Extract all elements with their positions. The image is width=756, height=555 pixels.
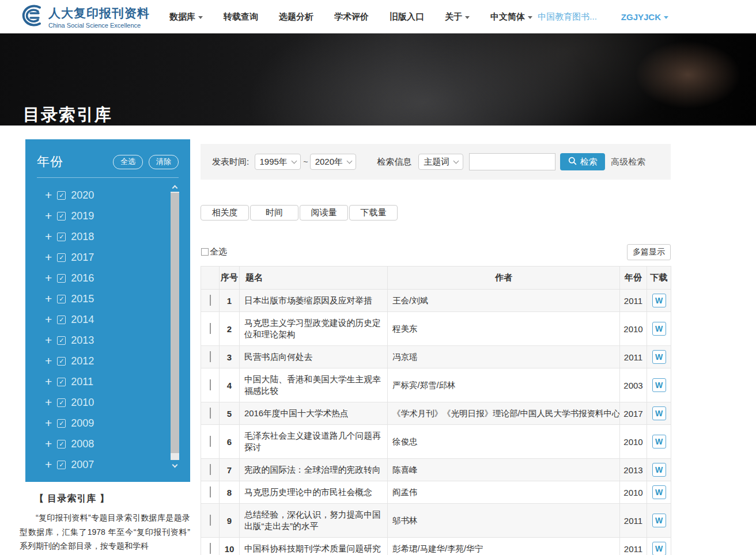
year-checkbox[interactable]: [57, 295, 66, 303]
nav-item-转载查询[interactable]: 转载查询: [224, 12, 258, 22]
row-title[interactable]: 马克思主义学习型政党建设的历史定位和理论架构: [240, 312, 388, 346]
year-item-2015[interactable]: +2015: [45, 288, 190, 309]
expand-plus-icon[interactable]: +: [45, 272, 52, 284]
expand-plus-icon[interactable]: +: [45, 292, 52, 305]
year-item-2008[interactable]: +2008: [45, 434, 190, 454]
year-checkbox[interactable]: [57, 461, 66, 469]
year-from-select[interactable]: 1995年: [255, 154, 301, 170]
download-w-button[interactable]: W: [652, 485, 666, 499]
sort-button-阅读量[interactable]: 阅读量: [300, 205, 348, 221]
expand-plus-icon[interactable]: +: [45, 355, 52, 367]
year-checkbox[interactable]: [57, 419, 66, 428]
row-checkbox[interactable]: [210, 295, 211, 306]
select-all-checkbox[interactable]: [201, 248, 209, 256]
year-checkbox[interactable]: [57, 398, 66, 407]
row-title[interactable]: 马克思历史理论中的市民社会概念: [240, 481, 388, 504]
row-checkbox[interactable]: [210, 515, 211, 526]
year-checkbox[interactable]: [57, 233, 66, 241]
row-checkbox[interactable]: [210, 379, 211, 390]
expand-plus-icon[interactable]: +: [45, 417, 52, 429]
year-checkbox[interactable]: [57, 336, 66, 345]
row-checkbox[interactable]: [210, 543, 211, 554]
multi-display-button[interactable]: 多篇显示: [627, 244, 671, 260]
scroll-up-icon[interactable]: [171, 183, 179, 191]
year-item-2009[interactable]: +2009: [45, 413, 190, 434]
year-item-2010[interactable]: +2010: [45, 392, 190, 413]
download-w-button[interactable]: W: [652, 542, 666, 555]
year-checkbox[interactable]: [57, 357, 66, 366]
year-item-2014[interactable]: +2014: [45, 309, 190, 330]
year-list-scrollbar[interactable]: [171, 183, 179, 470]
year-checkbox[interactable]: [57, 440, 66, 448]
nav-item-选题分析[interactable]: 选题分析: [279, 12, 313, 22]
year-item-2013[interactable]: +2013: [45, 330, 190, 351]
nav-item-数据库[interactable]: 数据库: [169, 12, 203, 22]
expand-plus-icon[interactable]: +: [45, 230, 52, 242]
download-w-button[interactable]: W: [652, 294, 666, 307]
year-checkbox[interactable]: [57, 378, 66, 386]
year-checkbox[interactable]: [57, 253, 66, 262]
year-item-2012[interactable]: +2012: [45, 351, 190, 371]
scrollbar-thumb[interactable]: [171, 193, 179, 453]
nav-item-学术评价[interactable]: 学术评价: [334, 12, 369, 22]
row-title[interactable]: 毛泽东社会主义建设道路几个问题再探讨: [240, 425, 388, 459]
row-checkbox[interactable]: [210, 408, 211, 419]
search-button[interactable]: 检索: [560, 153, 605, 170]
row-title[interactable]: 日本出版市场萎缩原因及应对举措: [240, 290, 388, 312]
download-w-button[interactable]: W: [652, 435, 666, 448]
row-title[interactable]: 宪政的国际法：全球治理的宪政转向: [240, 459, 388, 481]
expand-plus-icon[interactable]: +: [45, 396, 52, 408]
row-checkbox[interactable]: [210, 464, 211, 475]
expand-plus-icon[interactable]: +: [45, 438, 52, 450]
year-checkbox[interactable]: [57, 274, 66, 283]
download-w-button[interactable]: W: [652, 406, 666, 420]
expand-plus-icon[interactable]: +: [45, 375, 52, 387]
download-w-button[interactable]: W: [652, 350, 666, 364]
year-item-2020[interactable]: +2020: [45, 185, 190, 206]
advanced-search-link[interactable]: 高级检索: [611, 157, 645, 168]
year-item-2017[interactable]: +2017: [45, 247, 190, 268]
row-title[interactable]: 中国科协科技期刊学术质量问题研究: [240, 538, 388, 555]
year-to-select[interactable]: 2020年: [310, 154, 356, 170]
site-logo[interactable]: 人大复印报刊资料 China Social Science Excellence: [17, 3, 150, 30]
year-item-2018[interactable]: +2018: [45, 226, 190, 247]
expand-plus-icon[interactable]: +: [45, 189, 52, 201]
sort-button-时间[interactable]: 时间: [250, 205, 298, 221]
row-title[interactable]: 中国大陆、香港和美国大学生主观幸福感比较: [240, 368, 388, 402]
year-item-2019[interactable]: +2019: [45, 206, 190, 226]
account-menu[interactable]: ZGJYJCK: [621, 12, 668, 22]
year-item-2011[interactable]: +2011: [45, 371, 190, 392]
row-title[interactable]: 2016年度中国十大学术热点: [240, 402, 388, 425]
download-w-button[interactable]: W: [652, 514, 666, 527]
row-checkbox[interactable]: [210, 486, 211, 497]
download-w-button[interactable]: W: [652, 322, 666, 336]
search-input[interactable]: [469, 153, 555, 170]
row-title[interactable]: 民营书店向何处去: [240, 346, 388, 368]
nav-item-旧版入口[interactable]: 旧版入口: [390, 12, 424, 22]
expand-plus-icon[interactable]: +: [45, 334, 52, 346]
nav-external-link[interactable]: 中国教育图书...: [538, 12, 597, 22]
expand-plus-icon[interactable]: +: [45, 458, 52, 470]
clear-years-button[interactable]: 清除: [149, 155, 179, 169]
row-checkbox[interactable]: [210, 436, 211, 447]
download-w-button[interactable]: W: [652, 378, 666, 392]
download-w-button[interactable]: W: [652, 463, 666, 477]
nav-item-关于[interactable]: 关于: [445, 12, 470, 22]
search-field-select[interactable]: 主题词: [418, 154, 463, 170]
year-checkbox[interactable]: [57, 212, 66, 221]
expand-plus-icon[interactable]: +: [45, 313, 52, 325]
sort-button-下载量[interactable]: 下载量: [349, 205, 398, 221]
expand-plus-icon[interactable]: +: [45, 251, 52, 263]
year-item-2016[interactable]: +2016: [45, 268, 190, 288]
row-checkbox[interactable]: [210, 351, 211, 362]
scroll-down-icon[interactable]: [171, 462, 179, 470]
sort-button-相关度[interactable]: 相关度: [201, 205, 249, 221]
expand-plus-icon[interactable]: +: [45, 210, 52, 222]
row-title[interactable]: 总结经验，深化认识，努力提高中国出版“走出去”的水平: [240, 504, 388, 538]
year-checkbox[interactable]: [57, 191, 66, 200]
scrollbar-track[interactable]: [171, 192, 179, 460]
row-checkbox[interactable]: [210, 323, 211, 334]
year-checkbox[interactable]: [57, 315, 66, 324]
year-item-2007[interactable]: +2007: [45, 454, 190, 472]
nav-item-中文简体[interactable]: 中文简体: [490, 12, 532, 22]
